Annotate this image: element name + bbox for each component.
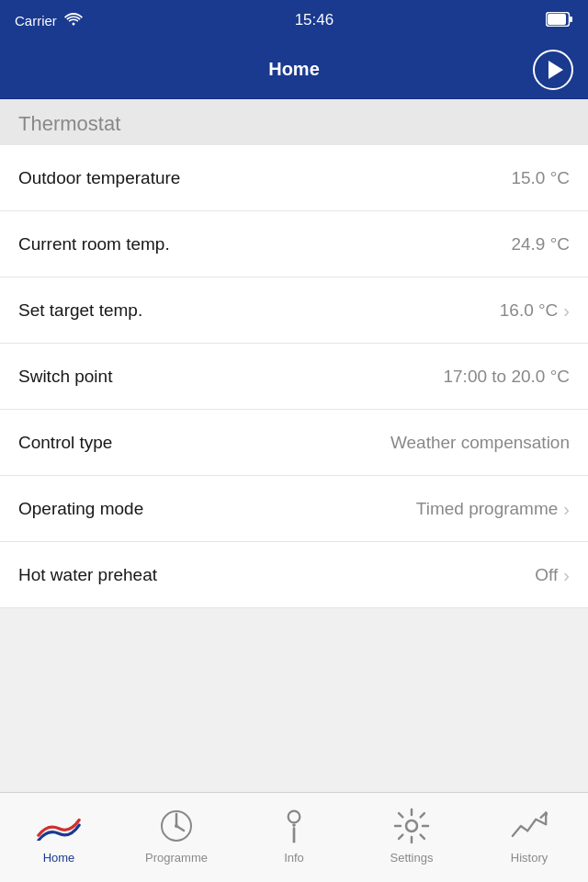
tab-bar: Home Programme Info (0, 792, 588, 882)
tab-settings[interactable]: Settings (353, 793, 470, 882)
page-title: Home (268, 59, 320, 80)
row-label: Current room temp. (18, 234, 170, 254)
tab-home-label: Home (43, 851, 75, 865)
tab-home[interactable]: Home (0, 793, 118, 882)
row-label: Set target temp. (18, 300, 142, 321)
svg-point-12 (406, 820, 417, 831)
tab-programme[interactable]: Programme (118, 793, 235, 882)
list-row[interactable]: Hot water preheatOff› (0, 542, 588, 608)
svg-marker-4 (548, 61, 563, 79)
svg-rect-3 (570, 17, 572, 22)
section-header: Thermostat (0, 99, 588, 145)
wifi-icon (64, 12, 83, 28)
svg-point-0 (72, 23, 74, 26)
play-button[interactable] (533, 50, 573, 90)
chevron-icon: › (563, 500, 570, 518)
list-row[interactable]: Operating modeTimed programme› (0, 476, 588, 542)
row-label: Hot water preheat (18, 565, 157, 585)
tab-settings-label: Settings (390, 851, 434, 865)
svg-rect-2 (548, 14, 566, 25)
svg-point-8 (175, 824, 178, 828)
home-icon (37, 807, 81, 845)
tab-programme-label: Programme (145, 851, 208, 865)
row-value-area: Weather compensation (390, 433, 570, 453)
list-row: Control typeWeather compensation (0, 410, 588, 476)
row-value: Timed programme (416, 499, 559, 519)
row-value: 24.9 °C (511, 234, 570, 254)
row-value-area: Off› (535, 565, 570, 585)
carrier-label: Carrier (15, 13, 57, 28)
row-label: Outdoor temperature (18, 168, 180, 188)
list-row: Outdoor temperature15.0 °C (0, 145, 588, 211)
row-value-area: 24.9 °C (511, 234, 570, 254)
chevron-icon: › (563, 301, 570, 320)
row-label: Switch point (18, 367, 112, 387)
svg-point-11 (292, 823, 296, 827)
tab-info[interactable]: Info (235, 793, 353, 882)
row-label: Control type (18, 433, 112, 453)
row-value-area: 16.0 °C› (500, 300, 570, 321)
row-value-area: 15.0 °C (511, 168, 570, 188)
info-icon (277, 807, 311, 845)
battery-icon (546, 12, 573, 29)
list-row: Switch point17:00 to 20.0 °C (0, 344, 588, 410)
tab-info-label: Info (284, 851, 304, 865)
programme-icon (159, 807, 194, 845)
chevron-icon: › (563, 566, 570, 584)
list-row: Current room temp.24.9 °C (0, 211, 588, 277)
row-value: 16.0 °C (500, 300, 559, 321)
row-value-area: Timed programme› (416, 499, 570, 519)
row-value: Weather compensation (390, 433, 570, 453)
nav-header: Home (0, 40, 588, 99)
row-value-area: 17:00 to 20.0 °C (443, 367, 570, 387)
settings-icon (393, 807, 430, 845)
row-label: Operating mode (18, 499, 143, 519)
content-list: Outdoor temperature15.0 °CCurrent room t… (0, 145, 588, 608)
tab-history-label: History (511, 851, 548, 865)
row-value: Off (535, 565, 558, 585)
status-bar: Carrier 15:46 (0, 0, 588, 40)
row-value: 15.0 °C (511, 168, 570, 188)
tab-history[interactable]: History (470, 793, 588, 882)
list-row[interactable]: Set target temp.16.0 °C› (0, 277, 588, 344)
history-icon (511, 807, 548, 845)
svg-point-9 (288, 811, 300, 823)
time-label: 15:46 (295, 11, 334, 29)
row-value: 17:00 to 20.0 °C (443, 367, 570, 387)
section-label: Thermostat (18, 112, 120, 135)
